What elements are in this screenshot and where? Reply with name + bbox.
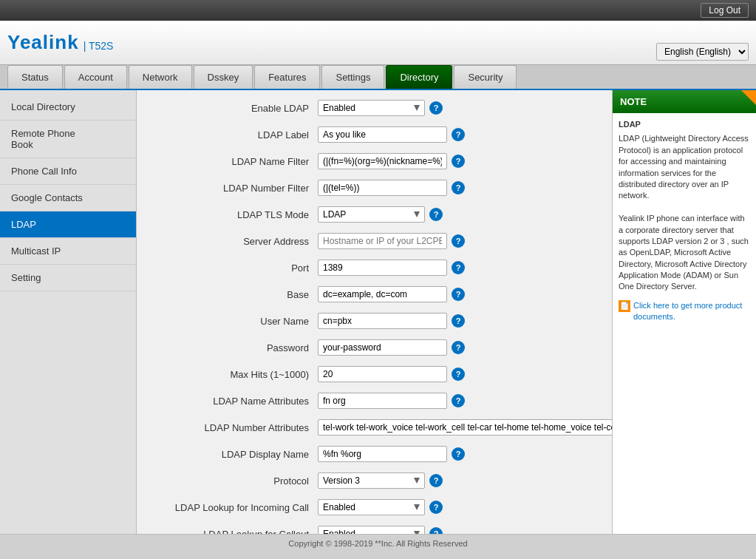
note-link-icon: 📄: [619, 300, 630, 312]
help-protocol[interactable]: ?: [429, 474, 443, 487]
note-body: LDAP LDAP (Lightweight Directory Access …: [613, 113, 756, 329]
note-header: NOTE: [613, 90, 756, 113]
help-ldap-name-filter[interactable]: ?: [452, 155, 465, 168]
input-ldap-label[interactable]: [318, 126, 447, 143]
help-ldap-name-attributes[interactable]: ?: [452, 394, 465, 407]
note-link-text: Click here to get more product documents…: [633, 300, 750, 323]
form-row-max-hits: Max Hits (1~1000) ?: [148, 364, 601, 384]
help-username[interactable]: ?: [452, 314, 465, 328]
select-enable-ldap[interactable]: Enabled Disabled: [318, 100, 425, 116]
tab-settings[interactable]: Settings: [321, 65, 384, 89]
note-link[interactable]: 📄 Click here to get more product documen…: [619, 300, 750, 323]
select-ldap-lookup-callout[interactable]: Enabled Disabled: [318, 526, 425, 534]
tab-account[interactable]: Account: [64, 65, 127, 89]
input-ldap-name-filter[interactable]: [318, 153, 447, 169]
language-select[interactable]: English (English): [656, 43, 749, 61]
help-enable-ldap[interactable]: ?: [429, 101, 443, 115]
label-ldap-display-name: LDAP Display Name: [148, 449, 318, 460]
form-row-username: User Name ?: [148, 311, 601, 331]
label-base: Base: [148, 289, 318, 300]
sidebar: Local Directory Remote PhoneBook Phone C…: [0, 90, 137, 534]
tab-status[interactable]: Status: [7, 65, 63, 89]
select-protocol[interactable]: Version 2 Version 3: [318, 472, 425, 489]
label-ldap-name-attributes: LDAP Name Attributes: [148, 396, 318, 407]
tab-features[interactable]: Features: [254, 65, 320, 89]
sidebar-item-google-contacts[interactable]: Google Contacts: [0, 185, 136, 211]
note-title: LDAP: [619, 119, 750, 130]
select-ldap-tls-mode[interactable]: LDAP LDAPS StartTLS: [318, 206, 425, 223]
label-ldap-name-filter: LDAP Name Filter: [148, 156, 318, 167]
footer-text: Copyright © 1998-2019 **Inc. All Rights …: [288, 539, 467, 548]
input-port[interactable]: [318, 260, 447, 276]
help-server-address[interactable]: ?: [452, 234, 465, 248]
help-ldap-tls-mode[interactable]: ?: [429, 208, 443, 221]
help-ldap-number-filter[interactable]: ?: [452, 181, 465, 194]
form-row-ldap-lookup-callout: LDAP Lookup for Callout Enabled Disabled…: [148, 524, 601, 534]
label-server-address: Server Address: [148, 236, 318, 247]
note-panel: NOTE LDAP LDAP (Lightweight Directory Ac…: [612, 90, 756, 534]
sidebar-item-ldap[interactable]: LDAP: [0, 211, 136, 238]
sidebar-item-setting[interactable]: Setting: [0, 265, 136, 291]
logo: Yealink | T52S: [7, 31, 113, 54]
label-ldap-lookup-callout: LDAP Lookup for Callout: [148, 529, 318, 535]
label-ldap-number-attributes: LDAP Number Attributes: [148, 422, 318, 433]
label-protocol: Protocol: [148, 475, 318, 487]
form-row-enable-ldap: Enable LDAP Enabled Disabled ?: [148, 98, 601, 118]
form-row-ldap-display-name: LDAP Display Name ?: [148, 444, 601, 464]
input-ldap-number-attributes[interactable]: [318, 419, 612, 436]
help-base[interactable]: ?: [452, 288, 465, 301]
input-username[interactable]: [318, 313, 447, 329]
label-password: Password: [148, 342, 318, 353]
input-ldap-name-attributes[interactable]: [318, 393, 447, 409]
form-row-ldap-label: LDAP Label ?: [148, 124, 601, 145]
main-layout: Local Directory Remote PhoneBook Phone C…: [0, 90, 756, 534]
form-row-server-address: Server Address ?: [148, 231, 601, 251]
tab-directory[interactable]: Directory: [386, 65, 452, 89]
logo-brand: Yealink: [7, 31, 79, 54]
sidebar-item-remote-phone-book[interactable]: Remote PhoneBook: [0, 121, 136, 158]
content-area: Enable LDAP Enabled Disabled ? LDAP Labe…: [137, 90, 612, 534]
help-ldap-label[interactable]: ?: [452, 128, 465, 141]
label-ldap-lookup-incoming: LDAP Lookup for Incoming Call: [148, 502, 318, 513]
form-row-ldap-name-attributes: LDAP Name Attributes ?: [148, 390, 601, 411]
language-selector-wrapper[interactable]: English (English): [656, 43, 749, 61]
tab-dsskey[interactable]: Dsskey: [194, 65, 253, 89]
sidebar-item-local-directory[interactable]: Local Directory: [0, 94, 136, 121]
input-max-hits[interactable]: [318, 366, 447, 382]
help-max-hits[interactable]: ?: [452, 367, 465, 381]
top-bar: Log Out: [0, 0, 756, 21]
input-ldap-display-name[interactable]: [318, 446, 447, 462]
form-row-ldap-name-filter: LDAP Name Filter ?: [148, 151, 601, 172]
label-ldap-label: LDAP Label: [148, 129, 318, 140]
form-row-base: Base ?: [148, 284, 601, 305]
help-password[interactable]: ?: [452, 341, 465, 354]
form-row-port: Port ?: [148, 257, 601, 278]
header: Yealink | T52S English (English): [0, 21, 756, 65]
label-ldap-number-filter: LDAP Number Filter: [148, 183, 318, 194]
tab-network[interactable]: Network: [129, 65, 192, 89]
nav-tabs: Status Account Network Dsskey Features S…: [0, 65, 756, 90]
sidebar-item-multicast-ip[interactable]: Multicast IP: [0, 238, 136, 265]
logout-button[interactable]: Log Out: [701, 3, 749, 18]
input-base[interactable]: [318, 286, 447, 302]
tab-security[interactable]: Security: [454, 65, 517, 89]
label-enable-ldap: Enable LDAP: [148, 103, 318, 114]
input-password[interactable]: [318, 339, 447, 356]
sidebar-item-phone-call-info[interactable]: Phone Call Info: [0, 158, 136, 185]
input-server-address[interactable]: [318, 233, 447, 249]
note-text: LDAP (Lightweight Directory Access Proto…: [619, 133, 750, 292]
form-row-protocol: Protocol Version 2 Version 3 ?: [148, 470, 601, 491]
help-port[interactable]: ?: [452, 261, 465, 274]
form-row-password: Password ?: [148, 337, 601, 358]
logo-model: | T52S: [84, 40, 114, 52]
form-row-ldap-tls-mode: LDAP TLS Mode LDAP LDAPS StartTLS ?: [148, 204, 601, 225]
help-ldap-display-name[interactable]: ?: [452, 447, 465, 461]
help-ldap-lookup-incoming[interactable]: ?: [429, 501, 443, 514]
label-username: User Name: [148, 316, 318, 327]
help-ldap-lookup-callout[interactable]: ?: [429, 527, 443, 534]
form-row-ldap-number-attributes: LDAP Number Attributes: [148, 417, 601, 438]
form-row-ldap-number-filter: LDAP Number Filter ?: [148, 177, 601, 198]
select-ldap-lookup-incoming[interactable]: Enabled Disabled: [318, 499, 425, 515]
label-port: Port: [148, 262, 318, 274]
input-ldap-number-filter[interactable]: [318, 180, 447, 196]
